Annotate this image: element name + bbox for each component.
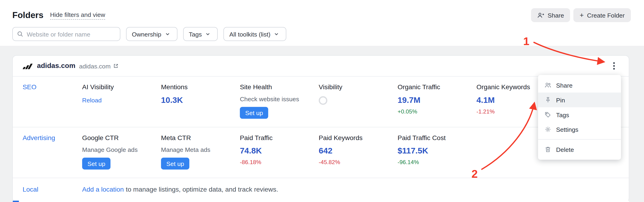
paid-traffic-cost-delta: -96.14% — [398, 159, 419, 166]
organic-traffic-delta: +0.05% — [398, 108, 417, 115]
local-row: Local Add a locationto manage listings, … — [13, 178, 629, 202]
topbar: Folders Hide filters and view Share + — [0, 0, 644, 46]
metric-label: Organic Keywords — [476, 83, 530, 91]
metric-paid-keywords: Paid Keywords 642 -45.82% — [319, 134, 398, 169]
page-title: Folders — [12, 10, 43, 20]
toolkits-filter[interactable]: All toolkits (list) — [224, 27, 286, 41]
search-icon — [17, 31, 24, 37]
menu-item-label: Tags — [556, 111, 569, 118]
folder-card: adidas.com adidas.com SEO — [12, 55, 629, 202]
paid-traffic-delta: -86.18% — [240, 159, 261, 166]
paid-keywords-value[interactable]: 642 — [319, 146, 332, 156]
chevron-down-icon — [165, 31, 172, 36]
metric-google-ctr: Google CTR Manage Google ads Set up — [82, 134, 161, 169]
meta-ctr-setup-button[interactable]: Set up — [161, 158, 190, 169]
chevron-down-icon — [274, 31, 280, 36]
folders-page: Folders Hide filters and view Share + — [0, 0, 644, 202]
menu-item-label: Share — [556, 82, 572, 89]
reload-link[interactable]: Reload — [82, 97, 102, 103]
share-button[interactable]: Share — [531, 8, 570, 22]
menu-item-pin[interactable]: Pin — [538, 93, 621, 107]
google-ctr-note: Manage Google ads — [82, 146, 138, 154]
local-link[interactable]: Local — [22, 186, 38, 193]
tag-icon — [544, 111, 551, 118]
advertising-link[interactable]: Advertising — [22, 134, 55, 142]
menu-item-settings[interactable]: Settings — [538, 122, 621, 137]
folder-context-menu: Share Pin Tags — [538, 75, 621, 160]
hide-filters-link[interactable]: Hide filters and view — [50, 11, 105, 20]
seo-link[interactable]: SEO — [22, 83, 36, 91]
plus-icon: + — [580, 11, 584, 18]
external-link-icon — [113, 63, 120, 69]
trash-icon — [544, 146, 551, 153]
menu-item-label: Settings — [556, 126, 578, 133]
metric-label: Mentions — [161, 83, 188, 91]
person-plus-icon — [537, 12, 544, 18]
metric-organic-traffic: Organic Traffic 19.7M +0.05% — [398, 83, 476, 119]
kebab-icon — [614, 62, 615, 64]
create-folder-label: Create Folder — [587, 11, 624, 18]
google-ctr-setup-button[interactable]: Set up — [82, 158, 110, 169]
mentions-value[interactable]: 10.3K — [161, 95, 183, 105]
metric-paid-traffic-cost: Paid Traffic Cost $117.5K -96.14% — [398, 134, 476, 169]
organic-keywords-value[interactable]: 4.1M — [476, 95, 495, 105]
metric-mentions: Mentions 10.3K — [161, 83, 240, 119]
menu-item-label: Pin — [556, 96, 565, 103]
metric-label: Paid Traffic Cost — [398, 134, 446, 142]
ownership-filter-label: Ownership — [132, 30, 161, 37]
ownership-filter[interactable]: Ownership — [126, 27, 177, 41]
next-card-accent — [13, 201, 19, 202]
next-folder-card-edge — [12, 200, 629, 202]
metric-label: Site Health — [240, 83, 272, 91]
menu-item-label: Delete — [556, 146, 574, 153]
paid-keywords-delta: -45.82% — [319, 159, 340, 166]
seo-row: SEO AI Visibility Reload Mentions 10.3K … — [13, 76, 629, 127]
metric-label: Visibility — [319, 83, 342, 91]
menu-item-tags[interactable]: Tags — [538, 107, 621, 122]
metric-visibility: Visibility — [319, 83, 398, 119]
folder-domain-link[interactable]: adidas.com — [79, 62, 120, 69]
search-box[interactable] — [12, 27, 120, 41]
menu-item-share[interactable]: Share — [538, 78, 621, 93]
local-description-text: to manage listings, optimize data, and t… — [126, 186, 278, 193]
meta-ctr-note: Manage Meta ads — [161, 146, 210, 154]
metric-site-health: Site Health Check website issues Set up — [240, 83, 319, 119]
folder-name[interactable]: adidas.com — [37, 62, 75, 70]
menu-separator — [538, 139, 621, 140]
adidas-logo-icon — [22, 63, 33, 69]
metric-label: AI Visibility — [82, 83, 114, 91]
create-folder-button[interactable]: + Create Folder — [574, 8, 631, 22]
paid-traffic-value[interactable]: 74.8K — [240, 146, 262, 156]
pin-icon — [544, 97, 551, 103]
folder-domain-label: adidas.com — [79, 62, 110, 69]
share-button-label: Share — [548, 11, 564, 18]
advertising-row: Advertising Google CTR Manage Google ads… — [13, 127, 629, 178]
metric-label: Google CTR — [82, 134, 119, 142]
annotation-step-1: 1 — [523, 36, 530, 47]
site-health-setup-button[interactable]: Set up — [240, 107, 268, 118]
share-users-icon — [544, 82, 551, 88]
chevron-down-icon — [206, 31, 212, 36]
metric-label: Meta CTR — [161, 134, 191, 142]
organic-traffic-value[interactable]: 19.7M — [398, 95, 420, 105]
local-description: Add a locationto manage listings, optimi… — [82, 186, 629, 194]
site-health-note: Check website issues — [240, 95, 299, 103]
metric-label: Organic Traffic — [398, 83, 440, 91]
annotation-step-2: 2 — [472, 169, 478, 180]
search-input[interactable] — [27, 30, 116, 37]
organic-keywords-delta: -1.21% — [476, 108, 495, 115]
gear-icon — [544, 126, 551, 133]
menu-item-delete[interactable]: Delete — [538, 142, 621, 157]
visibility-donut-icon — [319, 96, 327, 105]
metric-label: Paid Traffic — [240, 134, 272, 142]
kebab-menu-button[interactable] — [609, 60, 619, 72]
metric-label: Paid Keywords — [319, 134, 362, 142]
metric-paid-traffic: Paid Traffic 74.8K -86.18% — [240, 134, 319, 169]
add-location-link[interactable]: Add a location — [82, 186, 124, 193]
tags-filter[interactable]: Tags — [183, 27, 218, 41]
folder-card-header: adidas.com adidas.com — [13, 56, 629, 76]
paid-traffic-cost-value[interactable]: $117.5K — [398, 146, 428, 156]
metric-ai-visibility: AI Visibility Reload — [82, 83, 161, 119]
metric-meta-ctr: Meta CTR Manage Meta ads Set up — [161, 134, 240, 169]
toolkits-filter-label: All toolkits (list) — [229, 30, 270, 37]
